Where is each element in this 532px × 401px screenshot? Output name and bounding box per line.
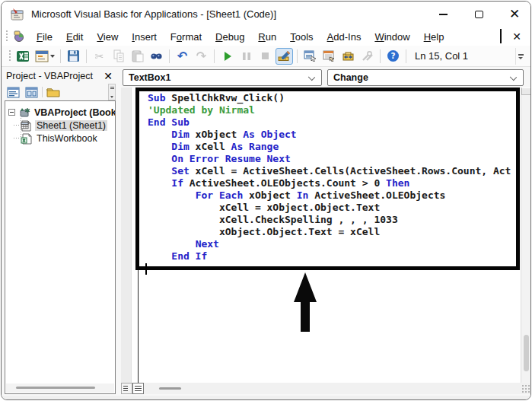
project-panel-title: Project - VBAProject <box>5 71 101 81</box>
full-module-view-button[interactable] <box>132 383 144 394</box>
code-line: If ActiveSheet.OLEObjects.Count > 0 Then <box>148 177 516 189</box>
collapse-icon[interactable] <box>8 109 15 116</box>
menu-help[interactable]: Help <box>417 29 451 45</box>
run-icon[interactable] <box>218 48 236 65</box>
tree-item-sheet1-sheet1[interactable]: Sheet1 (Sheet1) <box>5 119 115 132</box>
menu-format[interactable]: Format <box>164 29 209 45</box>
procedure-view-button[interactable] <box>121 383 132 394</box>
title-bar: Microsoft Visual Basic for Applications … <box>2 2 530 27</box>
paste-icon[interactable] <box>129 48 146 65</box>
toolbar-separator <box>214 49 215 63</box>
insert-userform-icon[interactable] <box>33 48 50 65</box>
mdi-restore-button[interactable] <box>500 30 502 43</box>
properties-window-icon[interactable] <box>320 48 338 65</box>
code-line: Dim xCell As Range <box>148 141 516 153</box>
window-title: Microsoft Visual Basic for Applications … <box>31 8 276 20</box>
menu-view[interactable]: View <box>90 29 125 45</box>
menu-run[interactable]: Run <box>251 29 283 45</box>
menu-window[interactable]: Window <box>368 29 416 45</box>
toolbox-icon[interactable] <box>358 48 376 65</box>
code-line: Next <box>148 238 516 250</box>
menu-tools[interactable]: Tools <box>283 29 320 45</box>
minimize-button[interactable] <box>432 2 454 27</box>
menu-insert[interactable]: Insert <box>125 29 164 45</box>
chevron-down-icon <box>510 74 517 81</box>
menu-edit[interactable]: Edit <box>59 29 90 45</box>
save-icon[interactable] <box>65 48 82 65</box>
toolbar-separator <box>60 49 61 63</box>
help-icon[interactable]: ? <box>384 48 402 65</box>
mdi-close-button[interactable]: ✕ <box>512 33 521 40</box>
tree-item-thisworkbook[interactable]: ThisWorkbook <box>5 132 115 145</box>
object-dropdown[interactable]: TextBox1 <box>123 69 322 86</box>
menu-bar: FileEditViewInsertFormatDebugRunToolsAdd… <box>2 27 530 46</box>
project-toolbar-separator <box>42 87 43 97</box>
view-object-button[interactable] <box>24 85 39 99</box>
project-tree-hscrollbar[interactable] <box>6 383 114 393</box>
code-text[interactable]: Sub SpellChkRvw_Click()'Updated by Nirma… <box>148 92 516 267</box>
splitter-box[interactable] <box>521 88 531 95</box>
project-toolbar-overflow[interactable] <box>108 84 116 100</box>
undo-icon[interactable]: ↶ <box>174 48 191 65</box>
toggle-folders-button[interactable] <box>46 85 61 99</box>
project-panel-header: Project - VBAProject ✕ <box>5 68 116 84</box>
toolbar-options-button[interactable] <box>515 48 525 65</box>
view-code-button[interactable] <box>5 85 21 99</box>
menu-addins[interactable]: Add-Ins <box>320 29 368 45</box>
window-frame-bottom <box>2 396 530 400</box>
project-explorer-icon[interactable] <box>301 48 319 65</box>
annotation-up-arrow <box>293 272 317 332</box>
code-vscrollbar[interactable] <box>521 88 530 383</box>
dropdown-arrow-icon[interactable] <box>50 55 55 58</box>
text-caret <box>145 263 147 275</box>
toolbar-separator <box>297 49 298 63</box>
code-line: xCell = xObject.Object.Text <box>148 202 516 214</box>
workbook-icon <box>21 133 33 144</box>
find-icon[interactable] <box>148 48 165 65</box>
break-icon[interactable] <box>237 48 255 65</box>
maximize-button[interactable] <box>467 2 490 27</box>
cut-icon[interactable]: ✂ <box>91 48 108 65</box>
resize-grip[interactable] <box>521 384 530 393</box>
code-line: End If <box>148 250 516 263</box>
close-button[interactable]: ✕ <box>503 2 526 27</box>
tree-item-label: ThisWorkbook <box>35 133 99 144</box>
menubar-grip[interactable] <box>5 30 8 42</box>
code-hscrollbar-thumb[interactable] <box>159 387 181 390</box>
svg-text:?: ? <box>390 51 395 60</box>
procedure-dropdown[interactable]: Change <box>327 69 524 86</box>
standard-toolbar: ✂↶↷? Ln 15, Col 1 <box>2 46 530 67</box>
project-tree: VBAProject (BookSheet1 (Sheet1)ThisWorkb… <box>5 100 116 394</box>
toolbar-separator <box>380 49 381 63</box>
design-mode-icon[interactable] <box>276 48 293 65</box>
menu-debug[interactable]: Debug <box>209 29 251 45</box>
project-panel-toolbar <box>5 84 116 100</box>
object-browser-icon[interactable] <box>339 48 357 65</box>
project-panel-close-icon[interactable]: ✕ <box>101 70 115 82</box>
cursor-position-status: Ln 15, Col 1 <box>415 50 468 62</box>
code-line: 'Updated by Nirmal <box>148 104 516 116</box>
tree-item-vbaproject-book[interactable]: VBAProject (Book <box>5 106 115 119</box>
copy-icon[interactable] <box>110 48 127 65</box>
margin-indicator-bar <box>121 88 132 383</box>
sheet-code-child-icon <box>13 30 25 43</box>
menu-file[interactable]: File <box>30 29 59 45</box>
toolbar-items: ✂↶↷? <box>14 48 409 65</box>
code-editor-pane[interactable]: Sub SpellChkRvw_Click()'Updated by Nirma… <box>121 88 530 394</box>
reset-icon[interactable] <box>256 48 274 65</box>
code-line: End Sub <box>148 116 516 129</box>
tree-item-label: VBAProject (Book <box>33 107 116 118</box>
code-line: Sub SpellChkRvw_Click() <box>148 92 516 104</box>
excel-view-icon[interactable] <box>14 48 31 65</box>
toolbar-grip[interactable] <box>8 50 11 62</box>
redo-icon[interactable]: ↷ <box>193 48 210 65</box>
annotation-vertical-line <box>138 270 139 383</box>
project-tree-hscrollbar-thumb[interactable] <box>16 387 95 389</box>
sheet-icon <box>21 120 33 131</box>
code-hscrollbar[interactable] <box>121 383 530 394</box>
code-vscrollbar-thumb[interactable] <box>524 335 529 371</box>
tree-guide-line <box>21 113 21 138</box>
object-dropdown-value: TextBox1 <box>129 72 170 83</box>
procedure-dropdown-value: Change <box>333 72 368 83</box>
tree-connector <box>14 138 21 138</box>
